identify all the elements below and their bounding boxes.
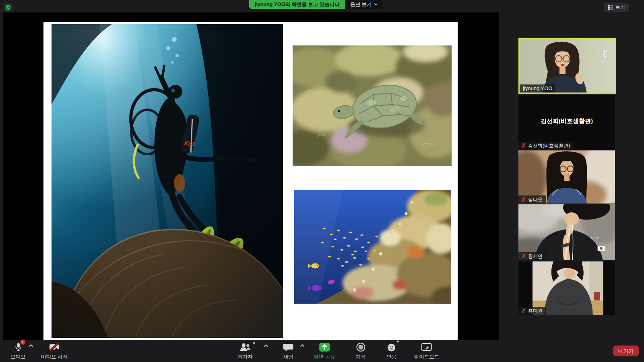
gallery-grid-icon [608,5,613,10]
leave-meeting-button[interactable]: 나가기 [613,346,639,356]
chevron-down-icon [374,3,378,6]
view-layout-button[interactable]: 보기 [604,3,629,12]
chat-options-chevron[interactable] [300,344,305,347]
participants-button[interactable]: 5 참가자 [237,341,253,360]
zoom-meeting-window: jiyoung YOO의 화면을 보고 있습니다 옵션 보기 보기 [0,0,644,362]
camera-off-icon [49,342,60,352]
meeting-toolbar: ! 오디오 비디오 시작 [0,340,644,362]
smiley-reaction-icon [387,342,396,352]
muted-mic-icon [521,253,526,259]
audio-button[interactable]: ! 오디오 [10,341,26,360]
audio-warning-badge: ! [20,339,25,345]
shared-screen-stage: XS1 [3,12,499,340]
muted-mic-icon [521,197,526,202]
record-icon [356,342,365,352]
video-button[interactable]: 비디오 시작 [41,341,68,360]
participants-count: 5 [253,340,255,345]
participant-tile-jiyoung-yoo[interactable]: jiyoung YOO [518,38,616,94]
photo-scuba-diver: XS1 [52,24,283,338]
whiteboard-icon [421,342,432,352]
participant-name-label: 홍다원 [518,307,546,315]
participant-tile-jung-dawoon[interactable]: 정다운 [518,150,615,204]
share-screen-icon [319,342,330,352]
reactions-plus-badge: + [396,339,399,344]
participant-name-label: 정다운 [518,195,546,204]
view-options-label: 옵션 보기 [350,1,372,8]
participant-name-label: jiyoung YOO [520,84,555,93]
participant-name-label: 황세연 [518,252,546,260]
whiteboard-button[interactable]: 화이트보드 [414,341,440,360]
photo-coral-reef [294,190,451,304]
participant-tile-kim-sunhee[interactable]: 김선희(비호생활관) 김선희(비호생활관) [518,95,615,150]
participant-tile-hong-dawon[interactable]: 홍다원 [518,261,615,315]
participant-tile-hwang-seyeon[interactable]: R.O.K 황세연 [518,204,615,260]
share-screen-button[interactable]: 화면 공유 [314,341,335,360]
shield-check-icon [5,4,11,11]
reactions-button[interactable]: + 반응 [387,341,397,360]
banner-status-text: jiyoung YOO의 화면을 보고 있습니다 [249,0,345,9]
participants-panel: jiyoung YOO 김선희(비호생활관) 김선희(비호생활관) [499,12,644,340]
muted-mic-icon [521,143,526,148]
participant-center-name: 김선희(비호생활관) [518,117,615,125]
chat-button[interactable]: 채팅 [283,341,293,360]
photo-sea-turtle [293,45,452,166]
chat-bubble-icon [283,342,293,352]
record-button[interactable]: 기록 [356,341,366,360]
participants-options-chevron[interactable] [264,344,268,347]
top-bar: jiyoung YOO의 화면을 보고 있습니다 옵션 보기 보기 [0,0,644,12]
view-button-label: 보기 [615,4,625,11]
muted-mic-icon [521,308,526,313]
audio-options-chevron[interactable] [29,344,33,347]
view-options-button[interactable]: 옵션 보기 [345,0,382,9]
screen-share-banner: jiyoung YOO의 화면을 보고 있습니다 옵션 보기 [249,0,382,9]
participant-name-label: 김선희(비호생활관) [518,142,573,150]
shared-slide: XS1 [43,22,458,340]
participants-icon [239,342,251,352]
meeting-security-button[interactable] [3,3,13,12]
